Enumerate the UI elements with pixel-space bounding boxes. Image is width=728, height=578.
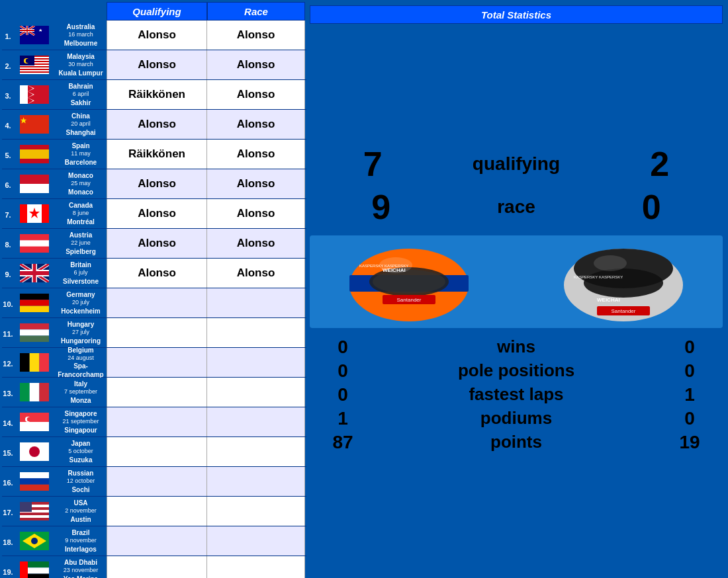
table-row: 7. Canada 8 june Montréal Alonso Alonso	[2, 199, 306, 229]
race-rows-container: 1. Australia 16 march Melbourne Alonso A…	[2, 21, 306, 578]
right-section: Total Statistics 7 qualifying 2 9 race 0	[306, 2, 726, 576]
country-name: Belgium	[68, 346, 93, 354]
svg-rect-38	[20, 184, 49, 193]
detailed-stats: 0 wins 0 0 pole positions 0 0 fastest la…	[310, 333, 723, 456]
podiums-label: podiums	[369, 408, 663, 429]
race-city: Singapour	[64, 426, 97, 434]
country-name: Italy	[74, 380, 87, 388]
country-name: Austria	[69, 231, 92, 239]
country-cell: Abu Dhabi 23 november Yas Marina	[55, 556, 107, 578]
fastest-left: 0	[316, 384, 369, 405]
points-label: points	[369, 432, 663, 452]
table-row: 9. Britain 6 july Silverstone Alonso Alo…	[2, 259, 306, 288]
race-date: 9 november	[65, 537, 97, 545]
flag-cell	[14, 467, 55, 496]
qualifying-result	[107, 556, 207, 578]
country-name: Britain	[70, 261, 91, 269]
race-city: Sochi	[71, 485, 89, 494]
row-num: 14.	[2, 407, 14, 436]
flag-cell	[14, 378, 55, 407]
wins-left: 0	[316, 337, 369, 358]
fastest-right: 1	[663, 384, 716, 405]
race-city: Sakhir	[71, 99, 91, 107]
svg-rect-66	[20, 413, 49, 422]
qualifying-stats-row: 7 qualifying 2	[310, 144, 723, 184]
svg-rect-41	[42, 204, 49, 223]
flag-cell	[14, 21, 55, 50]
race-result: Alonso	[207, 21, 305, 50]
qualifying-result	[107, 526, 207, 556]
race-date: 20 july	[72, 299, 89, 307]
race-result: Alonso	[207, 259, 305, 288]
race-result: Alonso	[207, 80, 305, 109]
qualifying-result: Alonso	[107, 199, 207, 228]
country-cell: Singapore 21 september Singapour	[55, 407, 107, 436]
race-result	[207, 437, 305, 466]
svg-rect-44	[20, 240, 49, 246]
svg-rect-73	[20, 478, 49, 484]
table-row: 15. Japan 5 october Suzuka	[2, 437, 306, 467]
country-cell: Spain 11 may Barcelone	[55, 140, 107, 169]
country-cell: Brazil 9 november Interlagos	[55, 526, 107, 556]
table-row: 5. Spain 11 may Barcelone Räikkönen Alon…	[2, 140, 306, 169]
flag-cell	[14, 556, 55, 578]
flag-cell	[14, 318, 55, 347]
qualifying-result: Alonso	[107, 169, 207, 198]
race-date: 2 november	[65, 507, 97, 515]
svg-rect-36	[20, 149, 49, 159]
svg-rect-62	[39, 353, 49, 372]
main-container: Qualifying Race 1. Australia	[0, 0, 728, 578]
race-city: Montréal	[67, 218, 95, 226]
row-num: 7.	[2, 199, 14, 228]
svg-point-82	[31, 538, 38, 544]
race-date: 30 march	[68, 61, 93, 69]
svg-rect-57	[20, 323, 49, 329]
qualifying-result: Alonso	[107, 50, 207, 79]
table-row: 18. Brazil 9 november Interlagos	[2, 526, 306, 556]
qualifying-right-num: 2	[633, 144, 686, 184]
qualifying-stat-label: qualifying	[473, 153, 560, 175]
wins-label: wins	[369, 337, 663, 357]
svg-rect-58	[20, 329, 49, 335]
row-num: 16.	[2, 467, 14, 496]
svg-text:Santander: Santander	[612, 308, 636, 314]
country-cell: Japan 5 october Suzuka	[55, 437, 107, 466]
qualifying-result: Räikkönen	[107, 80, 207, 109]
country-cell: China 20 april Shanghai	[55, 110, 107, 139]
race-result: Alonso	[207, 110, 305, 139]
country-name: Japan	[71, 439, 91, 448]
qualifying-result	[107, 288, 207, 317]
table-row: 2. Malaysia 30 march Kuala Lumpur Alonso…	[2, 50, 306, 80]
qualifying-header: Qualifying	[107, 2, 207, 21]
table-row: 11. Hungary 27 july Hungaroring	[2, 318, 306, 348]
flag-cell	[14, 110, 55, 139]
qualifying-result	[107, 378, 207, 407]
country-name: Germany	[66, 290, 95, 299]
race-date: 12 october	[67, 477, 95, 485]
svg-point-98	[584, 268, 663, 298]
svg-rect-37	[20, 175, 49, 184]
row-num: 11.	[2, 318, 14, 347]
table-row: 8. Austria 22 june Spielberg Alonso Alon…	[2, 229, 306, 259]
race-city: Monza	[70, 396, 91, 405]
country-name: Singapore	[65, 409, 97, 418]
race-date: 24 august	[68, 354, 94, 362]
race-date: 21 september	[62, 418, 99, 426]
qualifying-result	[107, 467, 207, 496]
country-cell: USA 2 november Austin	[55, 497, 107, 526]
qualifying-result	[107, 437, 207, 466]
country-name: USA	[73, 499, 87, 507]
race-city: Interlagos	[65, 545, 97, 554]
race-date: 7 september	[64, 388, 97, 396]
svg-rect-24	[20, 69, 49, 70]
row-num: 3.	[2, 80, 14, 109]
pole-row: 0 pole positions 0	[316, 360, 716, 382]
qualifying-left-num: 7	[346, 144, 399, 184]
country-cell: Australia 16 march Melbourne	[55, 21, 107, 50]
svg-rect-40	[20, 204, 27, 223]
fastest-label: fastest laps	[369, 384, 663, 405]
wins-row: 0 wins 0	[316, 337, 716, 358]
table-row: 13. Italy 7 september Monza	[2, 378, 306, 407]
country-name: China	[71, 112, 90, 120]
svg-rect-59	[20, 336, 49, 342]
